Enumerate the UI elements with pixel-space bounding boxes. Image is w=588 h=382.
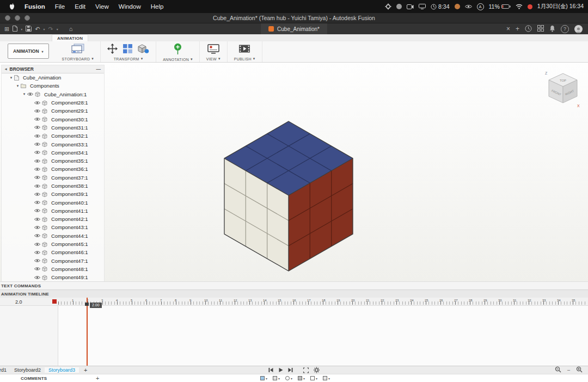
status-circle-icon[interactable] — [396, 4, 402, 9]
new-storyboard-icon[interactable] — [71, 44, 84, 57]
browser-item-component[interactable]: Component46:1 — [2, 248, 104, 256]
view-cube[interactable]: TOP FRONT RIGHT Z X — [543, 69, 583, 112]
comment-filter-visibility[interactable]: ▾ — [260, 376, 267, 380]
visibility-eye-icon[interactable] — [34, 200, 40, 205]
chevron-down-icon[interactable]: ▾ — [141, 57, 143, 61]
menu-view[interactable]: View — [90, 3, 114, 10]
zoom-in-icon[interactable] — [576, 366, 583, 374]
visibility-eye-icon[interactable] — [34, 192, 40, 196]
home-view-icon[interactable]: ⌂ — [62, 26, 73, 32]
visibility-eye-icon[interactable] — [34, 208, 40, 213]
save-icon[interactable] — [26, 26, 32, 33]
tab-animation[interactable]: ANIMATION — [52, 34, 88, 41]
playback-settings-gear-icon[interactable] — [314, 367, 320, 373]
visibility-eye-icon[interactable] — [34, 101, 40, 105]
comments-bar[interactable]: COMMENTS + ▾ ▾ ▾ ▾ ▾ ▾ — [0, 374, 588, 382]
visibility-eye-icon[interactable] — [34, 159, 40, 163]
storyboard-tab-1[interactable]: Storyboard1 — [0, 367, 10, 373]
move-transform-icon[interactable] — [107, 44, 118, 56]
browser-item-component[interactable]: Component41:1 — [2, 207, 104, 215]
group-label-transform[interactable]: TRANSFORM — [114, 57, 139, 61]
add-storyboard-button[interactable]: + — [79, 367, 92, 373]
animation-timeline-header[interactable]: ANIMATION TIMELINE — [0, 289, 588, 298]
accessibility-icon[interactable]: A — [477, 3, 484, 10]
close-window-button[interactable] — [5, 15, 10, 21]
browser-item-component[interactable]: Component40:1 — [2, 198, 104, 206]
visibility-eye-icon[interactable] — [34, 150, 40, 155]
menu-fusion[interactable]: Fusion — [20, 3, 50, 10]
expand-triangle-icon[interactable]: ▾ — [8, 76, 14, 80]
menu-edit[interactable]: Edit — [70, 3, 90, 10]
browser-item-component[interactable]: Component45:1 — [2, 240, 104, 248]
go-to-end-button[interactable] — [288, 367, 293, 373]
workspace-switcher-button[interactable]: ANIMATION ▾ — [8, 44, 49, 59]
job-status-icon[interactable] — [525, 25, 532, 33]
close-tab-icon[interactable]: × — [506, 26, 510, 32]
text-commands-bar[interactable]: TEXT COMMANDS — [0, 281, 588, 289]
restore-home-transform-icon[interactable] — [138, 44, 149, 56]
menu-window[interactable]: Window — [114, 3, 146, 10]
undo-icon[interactable]: ↶ — [35, 26, 40, 32]
browser-item-component[interactable]: Component47:1 — [2, 257, 104, 265]
timeline-end-marker[interactable] — [52, 299, 57, 304]
display-icon[interactable] — [419, 4, 426, 9]
visibility-eye-icon[interactable] — [34, 258, 40, 263]
view-settings-icon[interactable] — [207, 44, 219, 56]
comment-filter-list[interactable]: ▾ — [273, 376, 280, 380]
timeline-track-area[interactable] — [0, 306, 588, 366]
group-label-view[interactable]: VIEW — [206, 57, 217, 61]
minimize-window-button[interactable] — [15, 15, 20, 21]
group-label-storyboard[interactable]: STORYBOARD — [62, 57, 90, 61]
browser-item-component[interactable]: Component49:1 — [2, 273, 104, 281]
browser-item-component[interactable]: Component31:1 — [2, 124, 104, 132]
notifications-bell-icon[interactable] — [549, 25, 555, 33]
menu-file[interactable]: File — [50, 3, 70, 10]
visibility-eye-icon[interactable] — [34, 117, 40, 121]
zoom-out-icon[interactable] — [555, 366, 561, 374]
app-status-icon[interactable] — [455, 4, 460, 9]
fit-view-button[interactable] — [303, 367, 309, 373]
group-label-publish[interactable]: PUBLISH — [234, 57, 252, 61]
chevron-down-icon[interactable]: ▾ — [191, 57, 193, 61]
data-panel-icon[interactable]: ⊞ — [4, 26, 9, 32]
zoom-window-button[interactable] — [24, 15, 30, 21]
visibility-eye-icon[interactable] — [34, 275, 40, 280]
file-menu-icon[interactable] — [13, 26, 17, 33]
browser-item-component[interactable]: Component43:1 — [2, 223, 104, 231]
document-tab[interactable]: Cube_Animation* — [261, 23, 327, 34]
storyboard-tab-3[interactable]: Storyboard3 — [45, 367, 79, 373]
browser-item-component[interactable]: Component39:1 — [2, 190, 104, 198]
apple-menu-icon[interactable] — [4, 3, 20, 10]
visibility-eye-icon[interactable] — [34, 142, 40, 146]
visibility-eye-icon[interactable] — [34, 175, 40, 180]
browser-item-component[interactable]: Component48:1 — [2, 265, 104, 273]
browser-item-component[interactable]: Component30:1 — [2, 115, 104, 123]
comment-filter-layout[interactable]: ▾ — [323, 376, 330, 380]
publish-video-icon[interactable] — [238, 44, 250, 56]
expand-triangle-icon[interactable]: ▾ — [21, 92, 27, 96]
browser-item-component[interactable]: Component34:1 — [2, 149, 104, 157]
comment-filter-snap[interactable]: ▾ — [298, 376, 305, 380]
help-icon[interactable]: ? — [561, 25, 569, 33]
playhead-handle[interactable] — [85, 303, 89, 306]
visibility-eye-icon[interactable] — [34, 233, 40, 238]
battery-indicator[interactable]: 11% — [489, 3, 511, 10]
browser-item-assembly[interactable]: ▾Cube_Animation:1 — [2, 90, 104, 98]
menu-help[interactable]: Help — [146, 3, 169, 10]
visibility-eye-icon[interactable] — [34, 250, 40, 255]
browser-item-component[interactable]: Component36:1 — [2, 165, 104, 173]
browser-item-component[interactable]: Component38:1 — [2, 182, 104, 190]
browser-item-component[interactable]: Component32:1 — [2, 132, 104, 140]
chevron-down-icon[interactable]: ▾ — [253, 57, 255, 61]
file-menu-caret[interactable]: ▾ — [21, 27, 22, 31]
browser-item-root[interactable]: ▾Cube_Animation — [2, 73, 104, 82]
gear-icon[interactable] — [385, 3, 391, 10]
visibility-eye-icon[interactable] — [34, 125, 40, 130]
chevron-down-icon[interactable]: ▾ — [91, 57, 94, 61]
expand-triangle-icon[interactable]: ▾ — [15, 84, 21, 88]
visibility-eye-icon[interactable] — [34, 242, 40, 247]
play-button[interactable] — [278, 367, 284, 373]
chevron-down-icon[interactable]: ▾ — [218, 57, 220, 61]
visibility-eye-icon[interactable] — [34, 134, 40, 138]
visibility-eye-icon[interactable] — [34, 167, 40, 171]
